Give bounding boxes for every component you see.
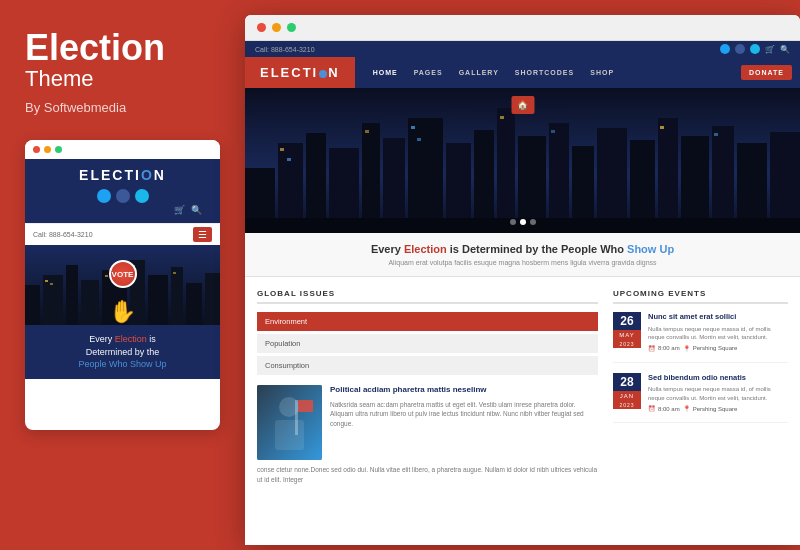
svg-rect-28 — [497, 108, 515, 233]
footer-election: Election — [115, 334, 147, 344]
event-1-desc: Nulla tempus neque neque massa id, of mo… — [648, 325, 788, 342]
svg-rect-17 — [173, 272, 176, 274]
search-icon[interactable]: 🔍 — [191, 205, 202, 215]
nav-pages[interactable]: PAGES — [406, 59, 451, 86]
event-1-location: Pershing Square — [693, 345, 738, 351]
topbar-search-icon[interactable]: 🔍 — [780, 45, 790, 54]
svg-rect-2 — [25, 285, 40, 325]
theme-title: Election — [25, 30, 220, 66]
site-logo: ELECTIN — [260, 65, 340, 80]
site-hero: 🏠 — [245, 88, 800, 233]
event-2-title[interactable]: Sed bibendum odio nenatis — [648, 373, 788, 383]
mobile-logo: ELECTION — [35, 167, 210, 183]
svg-rect-47 — [660, 126, 664, 129]
event-1-info: Nunc sit amet erat sollici Nulla tempus … — [648, 312, 788, 352]
mobile-call-bar: Call: 888-654-3210 ☰ — [25, 223, 220, 245]
news-text: Political acdiam pharetra mattis neselin… — [330, 385, 598, 460]
website-preview: Call: 888-654-3210 🛒 🔍 ELECTIN HOME PAGE… — [245, 41, 800, 541]
topbar-cart-icon[interactable]: 🛒 — [765, 45, 775, 54]
topbar-facebook-icon[interactable] — [735, 44, 745, 54]
event-1-month: MAY — [613, 330, 641, 340]
content-left: GLOBAL ISSUES Environment Population Con… — [257, 289, 613, 485]
svg-rect-32 — [597, 128, 627, 233]
issue-consumption[interactable]: Consumption — [257, 356, 598, 375]
issue-environment[interactable]: Environment — [257, 312, 598, 331]
mobile-dot-yellow — [44, 146, 51, 153]
global-issues-title: GLOBAL ISSUES — [257, 289, 598, 304]
svg-rect-5 — [81, 280, 99, 325]
theme-subtitle: Theme — [25, 66, 220, 92]
svg-rect-40 — [280, 148, 284, 151]
event-1-title[interactable]: Nunc sit amet erat sollici — [648, 312, 788, 322]
hero-dot-1[interactable] — [510, 219, 516, 225]
site-phone: Call: 888-654-3210 — [255, 46, 315, 53]
vimeo-icon[interactable] — [135, 189, 149, 203]
mobile-dot-red — [33, 146, 40, 153]
svg-rect-42 — [365, 130, 369, 133]
event-1-day: 26 — [613, 312, 641, 330]
hero-home-icon[interactable]: 🏠 — [511, 96, 534, 114]
browser-window: Call: 888-654-3210 🛒 🔍 ELECTIN HOME PAGE… — [245, 15, 800, 545]
mobile-social — [35, 189, 210, 203]
event-1-year: 2023 — [613, 340, 641, 348]
news-card: Political acdiam pharetra mattis neselin… — [257, 385, 598, 460]
svg-rect-53 — [298, 400, 313, 412]
svg-rect-30 — [549, 123, 569, 233]
mobile-footer-text: Every Election is Determined by the Peop… — [25, 325, 220, 379]
browser-dot-green — [287, 23, 296, 32]
event-1-meta: ⏰ 8:00 am 📍 Pershing Square — [648, 345, 788, 352]
event-1-date-box: 26 MAY 2023 — [613, 312, 641, 352]
svg-rect-23 — [362, 123, 380, 233]
content-right: UPCOMING EVENTS 26 MAY 2023 Nunc sit ame… — [613, 289, 788, 485]
hand-icon: ✋ — [109, 299, 136, 325]
site-nav: ELECTIN HOME PAGES GALLERY SHORTCODES SH… — [245, 57, 800, 88]
browser-dot-red — [257, 23, 266, 32]
svg-rect-3 — [43, 275, 63, 325]
site-tagline: Every Election is Determined by the Peop… — [245, 233, 800, 277]
event-1-location-icon: 📍 — [683, 345, 690, 352]
browser-top-bar — [245, 15, 800, 41]
issue-population[interactable]: Population — [257, 334, 598, 353]
phone-number: Call: 888-654-3210 — [33, 231, 93, 238]
svg-rect-41 — [287, 158, 291, 161]
hero-slider-dots — [510, 219, 536, 225]
hero-dot-3[interactable] — [530, 219, 536, 225]
svg-rect-13 — [50, 283, 53, 285]
footer-every: Every — [89, 334, 115, 344]
event-2-date-box: 28 JAN 2023 — [613, 373, 641, 413]
left-panel: Election Theme By Softwebmedia ELECTION … — [0, 0, 245, 550]
footer-is: is — [149, 334, 156, 344]
svg-rect-27 — [474, 130, 494, 233]
event-2-time: 8:00 am — [658, 406, 680, 412]
event-2-year: 2023 — [613, 401, 641, 409]
tagline-sub: Aliquam erat volutpa facilis esuque magn… — [260, 259, 785, 266]
event-2-month: JAN — [613, 391, 641, 401]
tagline-showup: Show Up — [627, 243, 674, 255]
twitter-icon[interactable] — [97, 189, 111, 203]
nav-home[interactable]: HOME — [365, 59, 406, 86]
news-image — [257, 385, 322, 460]
menu-button[interactable]: ☰ — [193, 227, 212, 242]
event-2-day-label: ⏰ — [648, 405, 655, 412]
svg-rect-52 — [295, 400, 298, 435]
cart-icon[interactable]: 🛒 — [174, 205, 185, 215]
vote-badge: VOTE — [109, 260, 137, 288]
topbar-twitter-icon[interactable] — [720, 44, 730, 54]
nav-gallery[interactable]: GALLERY — [451, 59, 507, 86]
nav-shortcodes[interactable]: SHORTCODES — [507, 59, 582, 86]
event-2-location: Pershing Square — [693, 406, 738, 412]
hero-dot-2[interactable] — [520, 219, 526, 225]
nav-donate-button[interactable]: DONATE — [741, 65, 792, 80]
events-title: UPCOMING EVENTS — [613, 289, 788, 304]
mobile-hero-image: VOTE ✋ — [25, 245, 220, 325]
tagline-mid: is Determined by the People Who — [450, 243, 627, 255]
svg-rect-10 — [186, 283, 202, 325]
facebook-icon[interactable] — [116, 189, 130, 203]
svg-rect-36 — [712, 126, 734, 233]
svg-rect-11 — [205, 273, 220, 325]
nav-shop[interactable]: SHOP — [582, 59, 622, 86]
svg-rect-8 — [148, 275, 168, 325]
mobile-icons-row: 🛒 🔍 — [35, 205, 210, 215]
topbar-vimeo-icon[interactable] — [750, 44, 760, 54]
logo-o-circle — [319, 70, 327, 78]
